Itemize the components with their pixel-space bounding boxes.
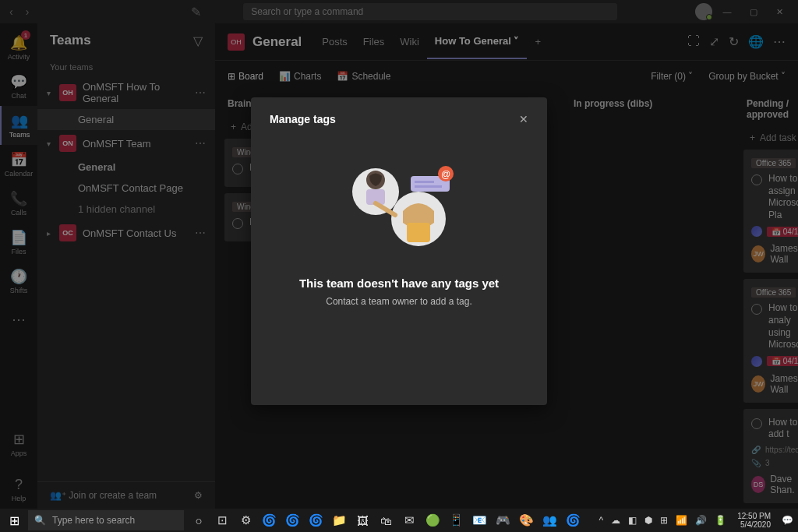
empty-state-subtitle: Contact a team owner to add a tag. <box>270 296 528 307</box>
svg-rect-7 <box>415 185 442 188</box>
taskview-icon[interactable]: ⊡ <box>210 509 234 532</box>
app-icon[interactable]: 📱 <box>444 509 468 532</box>
tray-icon[interactable]: ◧ <box>627 515 638 526</box>
clock[interactable]: 12:50 PM 5/4/2020 <box>733 512 775 529</box>
cortana-icon[interactable]: ○ <box>187 509 210 532</box>
explorer-icon[interactable]: 📁 <box>327 509 351 532</box>
taskbar-search[interactable]: 🔍 Type here to search <box>28 510 184 530</box>
app-icon[interactable]: 🌀 <box>561 509 584 532</box>
photos-icon[interactable]: 🖼 <box>351 509 374 532</box>
edge-icon[interactable]: 🌀 <box>281 509 304 532</box>
mail-icon[interactable]: ✉ <box>397 509 421 532</box>
svg-rect-6 <box>415 181 434 183</box>
teams-icon[interactable]: 👥 <box>538 509 561 532</box>
app-icon[interactable]: 🎨 <box>514 509 538 532</box>
tray-chevron[interactable]: ^ <box>598 515 606 526</box>
notifications-icon[interactable]: 💬 <box>780 515 795 526</box>
volume-icon[interactable]: 🔊 <box>694 515 708 526</box>
battery-icon[interactable]: 🔋 <box>713 515 728 526</box>
manage-tags-dialog: Manage tags ✕ @ This team doesn't have a… <box>251 97 547 405</box>
modal-title: Manage tags <box>270 113 336 125</box>
tray-icon[interactable]: ⬢ <box>643 515 654 526</box>
empty-state-title: This team doesn't have any tags yet <box>270 277 528 290</box>
windows-taskbar: ⊞ 🔍 Type here to search ○ ⊡ ⚙ 🌀 🌀 🌀 📁 🖼 … <box>0 509 798 532</box>
store-icon[interactable]: 🛍 <box>374 509 397 532</box>
xbox-icon[interactable]: 🎮 <box>491 509 514 532</box>
empty-state-illustration: @ <box>270 149 528 258</box>
network-icon[interactable]: 📶 <box>674 515 689 526</box>
onedrive-icon[interactable]: ☁ <box>609 515 622 526</box>
edge-icon[interactable]: 🌀 <box>257 509 281 532</box>
svg-text:@: @ <box>441 169 450 180</box>
app-icon[interactable]: 🟢 <box>421 509 444 532</box>
settings-icon[interactable]: ⚙ <box>234 509 257 532</box>
svg-rect-4 <box>407 223 430 242</box>
start-button[interactable]: ⊞ <box>0 509 28 532</box>
close-icon[interactable]: ✕ <box>519 113 528 125</box>
tray-icon[interactable]: ⊞ <box>659 515 669 526</box>
outlook-icon[interactable]: 📧 <box>468 509 491 532</box>
search-icon: 🔍 <box>34 515 46 526</box>
edge-icon[interactable]: 🌀 <box>304 509 327 532</box>
